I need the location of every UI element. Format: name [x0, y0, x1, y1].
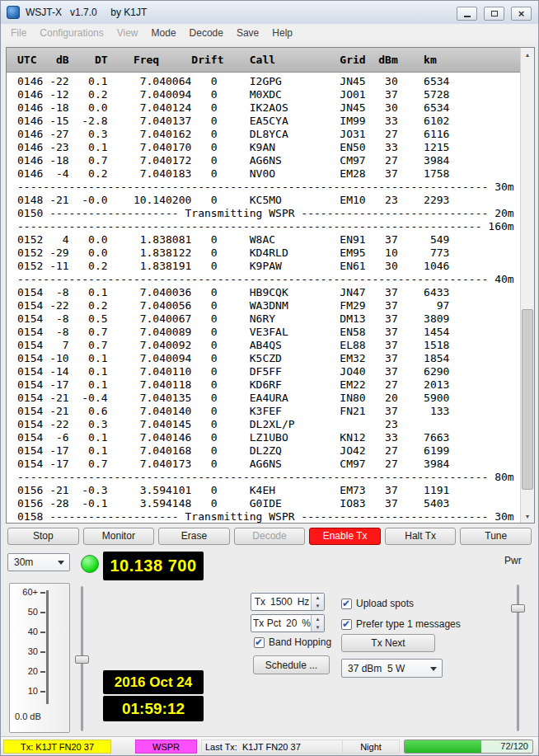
- decode-row[interactable]: 0146 -12 0.2 7.040094 0 M0XDC JO01 37 57…: [17, 88, 520, 101]
- clock-time: 01:59:12: [103, 696, 204, 721]
- progress-label: 72/120: [500, 740, 528, 753]
- meter-tick: [40, 691, 45, 693]
- halt-tx-button[interactable]: Halt Tx: [385, 528, 457, 545]
- frequency-display: 10.138 700: [103, 552, 204, 580]
- scrollbar-thumb[interactable]: [522, 309, 533, 490]
- monitor-button[interactable]: Monitor: [83, 528, 155, 545]
- tune-button[interactable]: Tune: [460, 528, 532, 545]
- decode-row[interactable]: 0156 -21 -0.3 3.594101 0 K4EH EM73 37 11…: [17, 484, 520, 497]
- spinner-buttons: ▲ ▼: [311, 615, 324, 632]
- scroll-down-button[interactable]: ▼: [521, 509, 534, 523]
- band-select[interactable]: 30m: [7, 553, 70, 571]
- minimize-icon: [464, 16, 471, 17]
- checkbox-icon: [341, 599, 352, 609]
- rx-status-led: [81, 555, 99, 573]
- tx-pct-number: 20: [286, 617, 297, 629]
- transmitting-row: 0158 -------------------- Transmitting W…: [17, 510, 520, 523]
- decode-row[interactable]: 0154 -17 0.1 7.040118 0 KD6RF EM22 27 20…: [17, 378, 520, 392]
- decode-row[interactable]: 0154 -22 0.3 7.040145 0 DL2XL/P 23: [17, 418, 520, 431]
- rx-gain-slider-thumb[interactable]: [75, 655, 89, 664]
- decode-row[interactable]: 0146 -27 0.3 7.040162 0 DL8YCA JO31 27 6…: [17, 128, 520, 141]
- decode-row[interactable]: 0154 -22 0.2 7.040056 0 WA3DNM FM29 37 9…: [17, 299, 520, 312]
- decode-row[interactable]: 0156 -28 -0.1 3.594148 0 G0IDE IO83 37 5…: [17, 497, 520, 510]
- menu-item-help[interactable]: Help: [265, 24, 299, 42]
- upload-spots-checkbox[interactable]: Upload spots: [341, 598, 414, 609]
- band-hopping-checkbox[interactable]: Band Hopping: [254, 636, 331, 648]
- last-tx-label: Last Tx: K1JT FN20 37: [201, 740, 343, 754]
- decode-row[interactable]: 0152 -29 0.0 1.838122 0 KD4RLD EM95 10 7…: [17, 247, 520, 260]
- meter-tick-label: 10: [10, 686, 38, 696]
- decode-row[interactable]: 0154 -8 0.5 7.040067 0 N6RY DM13 37 3809: [17, 312, 520, 326]
- tx-pct-spinbox[interactable]: Tx Pct 20 % ▲ ▼: [251, 614, 325, 632]
- decode-row[interactable]: 0146 -18 0.0 7.040124 0 IK2AOS JN45 30 6…: [17, 101, 520, 115]
- decode-row[interactable]: 0146 -18 0.7 7.040172 0 AG6NS CM97 27 39…: [17, 154, 520, 167]
- pwr-slider-thumb[interactable]: [511, 604, 525, 613]
- menu-item-save[interactable]: Save: [230, 24, 265, 42]
- tx-freq-prefix: Tx: [255, 596, 265, 608]
- decode-row[interactable]: 0154 -8 0.7 7.040089 0 VE3FAL EN58 37 14…: [17, 326, 520, 339]
- arrow-up-icon: ▲: [525, 52, 531, 58]
- tx-message-chip: Tx: K1JT FN20 37: [3, 740, 111, 754]
- decode-row[interactable]: 0154 -21 0.6 7.040140 0 K3FEF FN21 37 13…: [17, 405, 520, 418]
- tx-pct-suffix: %: [302, 617, 311, 629]
- stop-button[interactable]: Stop: [7, 528, 79, 545]
- decode-row[interactable]: 0154 7 0.7 7.040092 0 AB4QS EL88 37 1518: [17, 339, 520, 352]
- decode-row[interactable]: 0146 -4 0.2 7.040183 0 NV0O EM28 37 1758: [17, 167, 520, 181]
- table-scrollbar[interactable]: ▲ ▼: [520, 48, 534, 523]
- spin-up-icon[interactable]: ▲: [312, 615, 324, 623]
- decode-row[interactable]: 0148 -21 -0.0 10.140200 0 KC5MO EM10 23 …: [17, 194, 520, 207]
- decode-table: UTC dB DT Freq Drift Call Grid dBm km 01…: [6, 47, 535, 524]
- meter-readout: 0.0 dB: [15, 711, 41, 721]
- decode-row[interactable]: 0154 -17 0.1 7.040168 0 DL2ZQ JO42 27 61…: [17, 444, 520, 458]
- tx-freq-number: 1500: [270, 596, 293, 608]
- decode-row[interactable]: 0146 -22 0.1 7.040064 0 I2GPG JN45 30 65…: [17, 75, 520, 88]
- maximize-button[interactable]: [484, 7, 504, 21]
- chevron-down-icon: [58, 561, 64, 565]
- prefer-type1-checkbox[interactable]: Prefer type 1 messages: [341, 618, 461, 630]
- power-select[interactable]: 37 dBm 5 W: [341, 659, 443, 678]
- decode-button: Decode: [234, 528, 306, 545]
- meter-tick: [40, 592, 45, 594]
- decode-row[interactable]: 0154 -14 0.1 7.040110 0 DF5FF JO40 37 62…: [17, 365, 520, 378]
- meter-tick: [40, 651, 45, 653]
- enable-tx-button[interactable]: Enable Tx: [309, 528, 381, 545]
- decode-row[interactable]: 0154 -6 0.1 7.040146 0 LZ1UBO KN12 33 76…: [17, 431, 520, 444]
- meter-tick-label: 40: [10, 627, 38, 636]
- band-hopping-label: Band Hopping: [269, 636, 331, 648]
- decode-row[interactable]: 0154 -8 0.1 7.040036 0 HB9CQK JN47 37 64…: [17, 286, 520, 299]
- close-button[interactable]: ×: [511, 7, 532, 21]
- menu-item-file: File: [4, 24, 33, 42]
- decode-row[interactable]: 0152 4 0.0 1.838081 0 W8AC EN91 37 549: [17, 233, 520, 247]
- schedule-button[interactable]: Schedule ...: [253, 655, 330, 674]
- tx-next-button[interactable]: Tx Next: [341, 634, 435, 652]
- rx-gain-slider[interactable]: [75, 585, 90, 733]
- clock-date: 2016 Oct 24: [103, 670, 204, 694]
- maximize-icon: [491, 11, 498, 16]
- menu-item-mode[interactable]: Mode: [145, 24, 183, 42]
- spin-up-icon[interactable]: ▲: [312, 594, 324, 602]
- night-label: Night: [342, 740, 400, 754]
- checkbox-icon: [341, 619, 352, 630]
- title-bar: WSJT-X v1.7.0 by K1JT ×: [1, 1, 538, 25]
- scroll-up-button[interactable]: ▲: [521, 48, 534, 61]
- decode-row[interactable]: 0146 -23 0.1 7.040170 0 K9AN EN50 33 121…: [17, 141, 520, 154]
- meter-tick-label: 30: [10, 646, 38, 656]
- decode-row[interactable]: 0152 -11 0.2 1.838191 0 K9PAW EN61 30 10…: [17, 260, 520, 273]
- spin-down-icon[interactable]: ▼: [312, 602, 324, 610]
- pwr-slider[interactable]: [511, 583, 526, 733]
- spin-down-icon[interactable]: ▼: [312, 623, 324, 632]
- decode-row[interactable]: 0146 -15 -2.8 7.040137 0 EA5CYA IM99 33 …: [17, 115, 520, 128]
- tx-freq-suffix: Hz: [298, 596, 310, 608]
- tx-progress-bar: 72/120: [404, 740, 533, 754]
- menu-item-decode[interactable]: Decode: [183, 24, 230, 42]
- minimize-button[interactable]: [457, 7, 477, 21]
- decode-row[interactable]: 0154 -17 0.7 7.040173 0 AG6NS CM97 27 39…: [17, 458, 520, 471]
- meter-tick-label: 50: [10, 607, 38, 617]
- decode-row[interactable]: 0154 -21 -0.4 7.040135 0 EA4URA IN80 20 …: [17, 392, 520, 405]
- band-separator-row: ----------------------------------------…: [17, 273, 520, 286]
- decode-row[interactable]: 0154 -10 0.1 7.040094 0 K5CZD EM32 37 18…: [17, 352, 520, 365]
- menu-item-configurations: Configurations: [33, 24, 110, 42]
- erase-button[interactable]: Erase: [158, 528, 230, 545]
- tx-freq-spinbox[interactable]: Tx 1500 Hz ▲ ▼: [251, 593, 325, 611]
- prefer-type1-label: Prefer type 1 messages: [356, 618, 461, 630]
